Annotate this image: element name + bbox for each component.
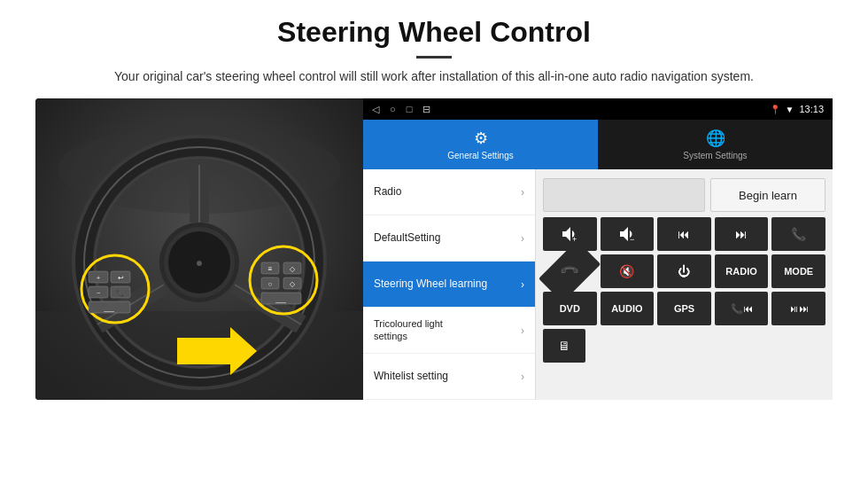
menu-item-tricoloured[interactable]: Tricoloured lightsettings › <box>363 308 535 354</box>
call-answer-button[interactable]: 📞 <box>771 217 825 251</box>
content-row: ● + ↩ − 📞 ___ ≡ ◇ <box>35 98 833 400</box>
prev-track-button[interactable]: ⏮ <box>657 217 711 251</box>
chevron-icon: › <box>521 278 524 291</box>
unit-panel: ◁ ○ □ ⊟ 📍 ▼ 13:13 ⚙ General Settings <box>363 98 833 400</box>
screen-button[interactable]: 🖥 <box>543 329 585 363</box>
control-grid-row1: + − ⏮ ⏭ 📞 <box>543 217 825 251</box>
menu-item-radio[interactable]: Radio › <box>363 169 535 215</box>
radio-mode-button[interactable]: RADIO <box>715 254 769 288</box>
chevron-icon: › <box>521 232 524 245</box>
tab-system-settings[interactable]: 🌐 System Settings <box>598 120 833 169</box>
menu-tricoloured-label: Tricoloured lightsettings <box>374 318 443 341</box>
settings-gear-icon: ⚙ <box>474 129 488 148</box>
menu-steering-label: Steering Wheel learning <box>374 277 487 290</box>
empty-input-box <box>543 178 705 212</box>
svg-text:−: − <box>97 290 100 296</box>
dvd-button[interactable]: DVD <box>543 292 597 325</box>
svg-text:○: ○ <box>268 280 273 288</box>
title-section: Steering Wheel Control Your original car… <box>35 16 833 86</box>
audio-button[interactable]: AUDIO <box>601 292 655 325</box>
mode-button[interactable]: MODE <box>771 254 825 288</box>
settings-globe-icon: 🌐 <box>706 129 725 148</box>
status-bar-left: ◁ ○ □ ⊟ <box>372 104 430 115</box>
chevron-icon: › <box>521 186 524 199</box>
menu-whitelist-label: Whitelist setting <box>374 370 448 382</box>
page-title: Steering Wheel Control <box>35 16 833 49</box>
subtitle: Your original car's steering wheel contr… <box>97 67 771 86</box>
svg-text:+: + <box>97 275 100 281</box>
bottom-row: 🖥 <box>543 329 825 363</box>
tab-general-label: General Settings <box>447 151 514 160</box>
svg-text:___: ___ <box>275 296 286 303</box>
content-panel: Begin learn + − <box>536 169 833 400</box>
svg-text:◇: ◇ <box>290 265 296 273</box>
next-track-button[interactable]: ⏭ <box>715 217 769 251</box>
svg-text:___: ___ <box>103 305 114 312</box>
menu-area: Radio › DefaultSetting › Steering Wheel … <box>363 169 833 400</box>
tab-general-settings[interactable]: ⚙ General Settings <box>363 120 598 169</box>
menu-radio-label: Radio <box>374 185 401 198</box>
recents-icon[interactable]: □ <box>407 104 413 114</box>
svg-text:◇: ◇ <box>290 280 296 288</box>
tab-system-label: System Settings <box>683 151 747 160</box>
status-bar: ◁ ○ □ ⊟ 📍 ▼ 13:13 <box>363 98 833 120</box>
call-prev-button[interactable]: 📞⏮ <box>715 292 769 325</box>
mute-button[interactable]: 🔇 <box>601 254 655 288</box>
chevron-icon: › <box>521 324 524 337</box>
signal-icon: ▼ <box>786 105 794 114</box>
title-divider <box>416 56 452 59</box>
svg-text:−: − <box>630 235 634 244</box>
svg-text:📞: 📞 <box>116 288 125 297</box>
menu-icon[interactable]: ⊟ <box>422 104 430 115</box>
tab-bar: ⚙ General Settings 🌐 System Settings <box>363 120 833 169</box>
svg-text:●: ● <box>196 255 203 270</box>
vol-down-button[interactable]: − <box>601 217 655 251</box>
begin-learn-button[interactable]: Begin learn <box>710 178 825 212</box>
time-display: 13:13 <box>799 104 824 114</box>
status-bar-right: 📍 ▼ 13:13 <box>770 104 824 114</box>
power-button[interactable]: ⏻ <box>657 254 711 288</box>
page-container: Steering Wheel Control Your original car… <box>0 0 868 418</box>
menu-list: Radio › DefaultSetting › Steering Wheel … <box>363 169 536 400</box>
menu-item-steering-wheel[interactable]: Steering Wheel learning › <box>363 262 535 308</box>
control-grid-row2: 📞 🔇 ⏻ RADIO MODE <box>543 254 825 288</box>
svg-text:≡: ≡ <box>268 265 273 273</box>
chevron-icon: › <box>521 371 524 383</box>
menu-default-label: DefaultSetting <box>374 231 440 244</box>
back-icon[interactable]: ◁ <box>372 104 379 115</box>
location-icon: 📍 <box>770 105 780 114</box>
home-icon[interactable]: ○ <box>390 104 396 114</box>
menu-item-whitelist[interactable]: Whitelist setting › <box>363 354 535 400</box>
image-panel: ● + ↩ − 📞 ___ ≡ ◇ <box>35 98 363 400</box>
play-next-button[interactable]: ⏯⏭ <box>771 292 825 325</box>
radio-row: Begin learn <box>543 176 825 214</box>
svg-text:↩: ↩ <box>118 274 124 282</box>
gps-button[interactable]: GPS <box>657 292 711 325</box>
menu-item-default-setting[interactable]: DefaultSetting › <box>363 215 535 262</box>
control-grid-row3: DVD AUDIO GPS 📞⏮ ⏯⏭ <box>543 292 825 325</box>
